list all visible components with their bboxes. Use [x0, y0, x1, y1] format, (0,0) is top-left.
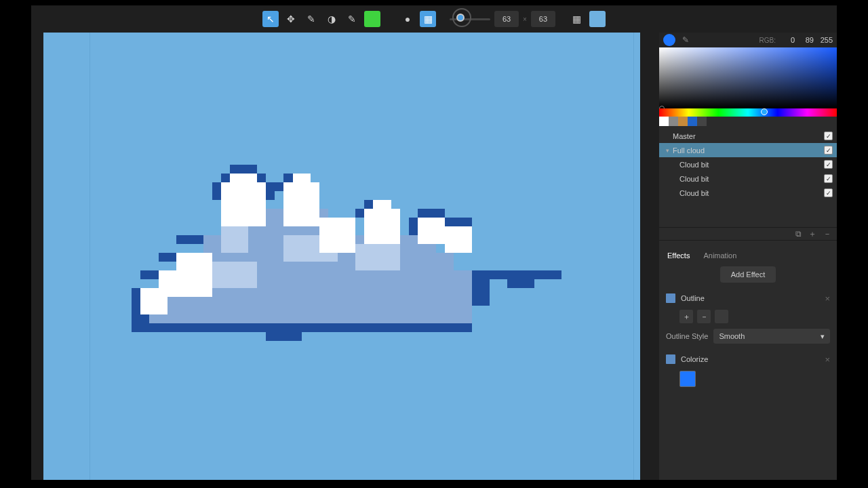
svg-rect-0: [230, 165, 257, 174]
inspector-sidebar: ✎ RGB: 0 89 255 Master ✓ ▾Full cloud ✓: [659, 33, 837, 480]
svg-rect-18: [472, 279, 490, 306]
visibility-toggle[interactable]: ✓: [824, 174, 833, 183]
layer-master[interactable]: Master ✓: [659, 129, 837, 143]
visibility-toggle[interactable]: ✓: [824, 160, 833, 169]
guide-left: [90, 33, 90, 480]
svg-rect-32: [283, 182, 319, 226]
eraser-tool-1[interactable]: ◑: [323, 11, 340, 27]
tab-animation[interactable]: Animation: [703, 251, 736, 260]
size-slider[interactable]: [450, 11, 490, 27]
outline-style-label: Outline Style: [666, 332, 708, 340]
effect-color-swatch[interactable]: [666, 354, 675, 364]
svg-rect-36: [373, 200, 391, 209]
brush-color-swatch[interactable]: [663, 34, 675, 46]
visibility-toggle[interactable]: ✓: [824, 131, 833, 140]
effect-title: Outline: [681, 294, 819, 302]
layer-full-cloud[interactable]: ▾Full cloud ✓: [659, 143, 837, 157]
svg-rect-40: [176, 253, 212, 270]
svg-rect-38: [445, 226, 472, 253]
toolbar: ↖ ✥ ✎ ◑ ✎ ● ▦ 63 × 63 ▦: [31, 5, 837, 33]
palette-swatches[interactable]: [659, 117, 837, 126]
outline-plus[interactable]: ＋: [679, 310, 693, 323]
add-layer-icon[interactable]: ＋: [808, 228, 816, 240]
outline-minus[interactable]: －: [697, 310, 711, 323]
cloud-sprite: [132, 165, 579, 341]
remove-layer-icon[interactable]: －: [823, 228, 831, 240]
svg-rect-17: [507, 279, 534, 288]
width-field[interactable]: 63: [494, 11, 519, 27]
pencil-tool[interactable]: ✎: [303, 11, 319, 27]
guide-right: [633, 33, 634, 480]
effect-outline: Outline × ＋ － Outline Style Smooth ▾: [659, 287, 837, 348]
svg-rect-34: [319, 218, 355, 253]
svg-rect-37: [418, 218, 445, 244]
colorize-color[interactable]: [679, 371, 696, 387]
layer-cloud-bit[interactable]: Cloud bit ✓: [659, 171, 837, 186]
foreground-color[interactable]: [364, 11, 380, 27]
svg-rect-11: [176, 235, 203, 244]
svg-rect-20: [266, 332, 302, 341]
tab-effects[interactable]: Effects: [667, 251, 690, 260]
eraser-tool-2[interactable]: ✎: [344, 11, 360, 27]
eyedropper-icon[interactable]: ✎: [681, 35, 690, 45]
canvas[interactable]: [43, 33, 640, 480]
rgb-r: 0: [776, 36, 795, 44]
duplicate-layer-icon[interactable]: ⧉: [795, 229, 802, 239]
svg-rect-10: [445, 218, 472, 226]
rgb-b: 255: [814, 36, 833, 44]
rgb-g: 89: [795, 36, 814, 44]
svg-rect-30: [221, 182, 266, 226]
svg-rect-29: [355, 244, 400, 270]
effect-color-swatch[interactable]: [666, 293, 675, 303]
layer-cloud-bit[interactable]: Cloud bit ✓: [659, 157, 837, 171]
remove-effect-icon[interactable]: ×: [825, 293, 830, 304]
chevron-down-icon: ▾: [821, 332, 825, 341]
dimension-sep: ×: [523, 16, 527, 23]
grid-button[interactable]: ▦: [569, 11, 585, 27]
outline-swatch[interactable]: [715, 310, 728, 323]
remove-effect-icon[interactable]: ×: [825, 354, 830, 365]
svg-rect-15: [132, 323, 472, 332]
hue-slider[interactable]: [659, 108, 837, 117]
move-tool[interactable]: ✥: [283, 11, 299, 27]
svg-rect-8: [418, 209, 445, 218]
outline-style-select[interactable]: Smooth ▾: [713, 329, 830, 344]
layers-panel: Master ✓ ▾Full cloud ✓ Cloud bit ✓ Cloud…: [659, 126, 837, 200]
rgb-label: RGB:: [760, 37, 776, 44]
svg-rect-31: [230, 174, 257, 182]
sv-picker[interactable]: [659, 47, 837, 108]
circle-shape[interactable]: ●: [399, 11, 416, 27]
square-shape[interactable]: ▦: [420, 11, 436, 27]
svg-rect-16: [472, 270, 561, 279]
svg-rect-35: [364, 209, 400, 244]
app-window: ↖ ✥ ✎ ◑ ✎ ● ▦ 63 × 63 ▦: [31, 5, 837, 480]
svg-rect-41: [140, 288, 167, 314]
effect-colorize: Colorize ×: [659, 348, 837, 391]
effects-tabs: Effects Animation: [659, 241, 837, 260]
visibility-toggle[interactable]: ✓: [824, 188, 833, 197]
hue-thumb[interactable]: [761, 108, 768, 115]
height-field[interactable]: 63: [531, 11, 555, 27]
svg-rect-33: [293, 174, 311, 182]
effect-title: Colorize: [681, 355, 819, 363]
background-color[interactable]: [589, 11, 606, 27]
layer-actions: ⧉ ＋ －: [659, 227, 837, 241]
layer-cloud-bit[interactable]: Cloud bit ✓: [659, 186, 837, 200]
add-effect-button[interactable]: Add Effect: [720, 266, 776, 283]
visibility-toggle[interactable]: ✓: [824, 146, 833, 155]
color-readout: ✎ RGB: 0 89 255: [659, 33, 837, 47]
select-tool[interactable]: ↖: [262, 11, 279, 27]
